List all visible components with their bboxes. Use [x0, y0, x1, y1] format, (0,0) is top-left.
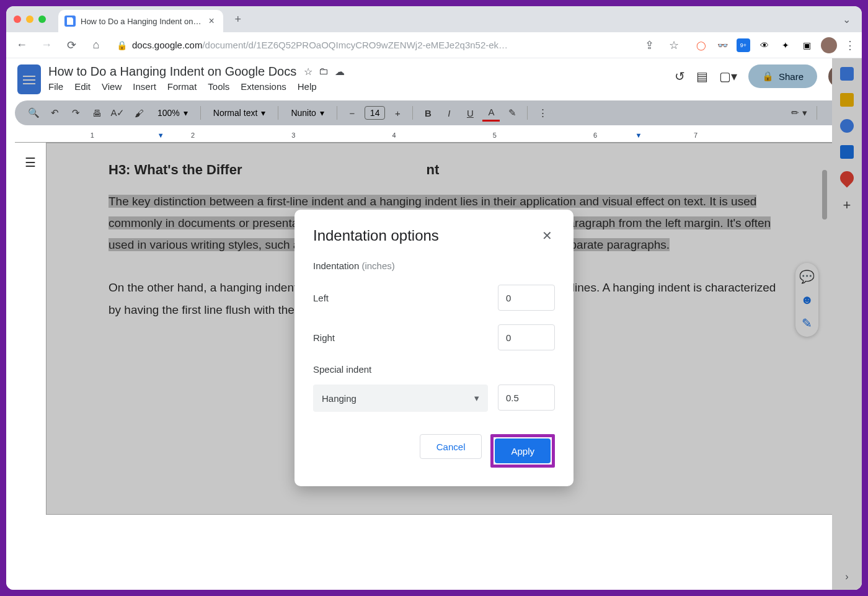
extension-badge-icon[interactable]: 9+ — [737, 38, 750, 52]
window-maximize-button[interactable] — [38, 16, 46, 23]
left-indent-input[interactable] — [498, 285, 555, 311]
horizontal-ruler[interactable]: 1 ▼ 2 3 4 5 6 ▼ 7 — [15, 131, 853, 143]
move-icon[interactable]: 🗀 — [319, 66, 329, 78]
tab-overflow-button[interactable]: ⌄ — [839, 10, 854, 29]
menu-insert[interactable]: Insert — [133, 81, 156, 92]
menu-help[interactable]: Help — [298, 81, 317, 92]
browser-menu-button[interactable]: ⋮ — [844, 38, 856, 52]
tab-close-button[interactable]: × — [206, 16, 216, 27]
menu-tools[interactable]: Tools — [208, 81, 229, 92]
extension-2-icon[interactable]: 👓 — [715, 38, 729, 52]
cloud-status-icon: ☁ — [335, 66, 345, 78]
tasks-icon[interactable] — [840, 119, 854, 133]
hide-sidepanel-button[interactable]: › — [845, 571, 848, 582]
url-text: docs.google.com/document/d/1EZ6Q52PROaOQ… — [132, 40, 508, 50]
docs-header: How to Do a Hanging Indent on Google Doc… — [6, 58, 862, 94]
indentation-section-label: Indentation (inches) — [313, 260, 555, 271]
left-indent-label: Left — [313, 293, 329, 303]
address-bar: ← → ⟳ ⌂ 🔒 docs.google.com/document/d/1EZ… — [6, 32, 862, 58]
font-family-dropdown[interactable]: Nunito ▾ — [285, 108, 330, 118]
add-emoji-icon[interactable]: ☻ — [800, 293, 813, 307]
star-icon[interactable]: ☆ — [304, 66, 312, 78]
zoom-dropdown[interactable]: 100% ▾ — [151, 108, 194, 118]
doc-heading: H3: What's the Difference Between a Firs… — [108, 162, 790, 178]
menu-bar: File Edit View Insert Format Tools Exten… — [48, 81, 667, 92]
scrollbar-thumb[interactable] — [822, 170, 827, 220]
add-comment-icon[interactable]: 💬 — [799, 269, 815, 284]
nav-forward-button[interactable]: → — [37, 36, 56, 55]
document-title[interactable]: How to Do a Hanging Indent on Google Doc… — [48, 64, 296, 79]
window-minimize-button[interactable] — [26, 16, 33, 23]
menu-view[interactable]: View — [102, 81, 122, 92]
new-tab-button[interactable]: + — [229, 11, 247, 28]
share-url-button[interactable]: ⇪ — [640, 36, 658, 55]
print-button[interactable]: 🖶 — [88, 104, 105, 122]
maps-icon[interactable] — [837, 168, 856, 187]
dialog-close-button[interactable]: ✕ — [539, 226, 555, 246]
browser-tab[interactable]: How to Do a Hanging Indent on… × — [58, 10, 223, 32]
docs-toolbar: 🔍 ↶ ↷ 🖶 A✓ 🖌 100% ▾ Normal text ▾ Nunito… — [15, 100, 853, 125]
spellcheck-button[interactable]: A✓ — [109, 104, 126, 122]
apply-button[interactable]: Apply — [495, 438, 551, 463]
history-icon[interactable]: ↺ — [675, 69, 685, 84]
calendar-icon[interactable] — [840, 67, 854, 81]
docs-favicon-icon — [64, 16, 76, 27]
italic-button[interactable]: I — [440, 104, 458, 122]
dialog-title: Indentation options — [313, 227, 439, 244]
menu-extensions[interactable]: Extensions — [241, 81, 286, 92]
special-indent-dropdown[interactable]: Hanging ▾ — [313, 385, 488, 412]
nav-home-button[interactable]: ⌂ — [87, 36, 105, 55]
docs-logo-icon[interactable] — [17, 64, 41, 94]
apply-highlight-annotation: Apply — [490, 434, 555, 468]
brave-icon[interactable]: ◯ — [694, 38, 708, 52]
bold-button[interactable]: B — [419, 104, 436, 122]
paragraph-style-dropdown[interactable]: Normal text ▾ — [207, 108, 272, 118]
nav-back-button[interactable]: ← — [12, 36, 31, 55]
menu-file[interactable]: File — [48, 81, 63, 92]
url-field[interactable]: 🔒 docs.google.com/document/d/1EZ6Q52PROa… — [112, 40, 634, 50]
toolbar-more-button[interactable]: ⋮ — [534, 104, 551, 122]
paint-format-button[interactable]: 🖌 — [130, 104, 148, 122]
font-size-increase[interactable]: + — [389, 104, 406, 122]
add-on-button[interactable]: + — [843, 197, 851, 213]
lock-share-icon: 🔒 — [762, 71, 774, 82]
highlight-button[interactable]: ✎ — [503, 104, 521, 122]
profile-avatar[interactable] — [821, 37, 837, 53]
extensions-puzzle-icon[interactable]: ✦ — [779, 38, 792, 52]
side-panel: + › — [832, 58, 862, 590]
share-button[interactable]: 🔒 Share — [748, 64, 817, 88]
right-indent-input[interactable] — [498, 324, 555, 350]
indentation-options-dialog: Indentation options ✕ Indentation (inche… — [294, 210, 574, 486]
menu-edit[interactable]: Edit — [74, 81, 91, 92]
editing-mode-button[interactable]: ✏ ▾ — [790, 104, 808, 122]
nav-reload-button[interactable]: ⟳ — [62, 36, 81, 55]
extension-4-icon[interactable]: 👁 — [758, 38, 771, 52]
font-size-input[interactable]: 14 — [365, 106, 386, 120]
comments-icon[interactable]: ▤ — [696, 69, 708, 84]
suggest-edit-icon[interactable]: ✎ — [802, 316, 812, 331]
search-button[interactable]: 🔍 — [25, 104, 42, 122]
bookmark-button[interactable]: ☆ — [665, 36, 683, 55]
right-indent-label: Right — [313, 332, 335, 343]
lock-icon: 🔒 — [117, 40, 127, 50]
text-color-button[interactable]: A — [482, 104, 500, 122]
undo-button[interactable]: ↶ — [46, 104, 63, 122]
window-close-button[interactable] — [14, 16, 21, 23]
window-controls — [14, 16, 46, 23]
tab-title: How to Do a Hanging Indent on… — [81, 17, 201, 26]
document-outline-button[interactable]: ☰ — [25, 155, 36, 170]
chevron-down-icon: ▾ — [474, 393, 479, 404]
special-indent-value-input[interactable] — [498, 385, 555, 411]
redo-button[interactable]: ↷ — [67, 104, 84, 122]
sidepanel-icon[interactable]: ▣ — [800, 38, 813, 52]
meet-icon[interactable]: ▢▾ — [719, 69, 737, 84]
special-indent-label: Special indent — [313, 364, 555, 375]
contacts-icon[interactable] — [840, 145, 854, 159]
cancel-button[interactable]: Cancel — [420, 434, 482, 459]
tab-strip: How to Do a Hanging Indent on… × + ⌄ — [6, 6, 862, 32]
keep-icon[interactable] — [840, 93, 854, 107]
underline-button[interactable]: U — [461, 104, 479, 122]
menu-format[interactable]: Format — [167, 81, 197, 92]
extension-icons: ◯ 👓 9+ 👁 ✦ ▣ ⋮ — [689, 37, 856, 53]
font-size-decrease[interactable]: − — [343, 104, 361, 122]
